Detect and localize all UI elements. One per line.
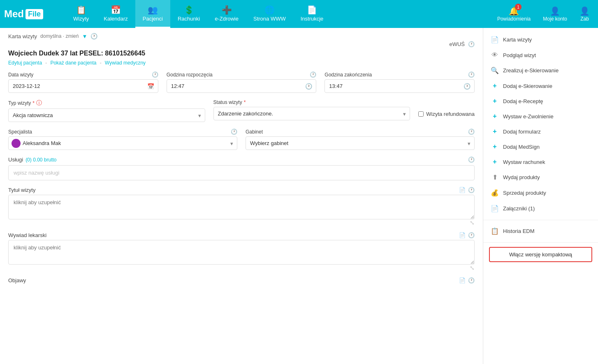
sidebar-item-dodaj-recepte[interactable]: + Dodaj e-Receptę	[483, 94, 598, 109]
sidebar-item-zrealizuj-skierowanie[interactable]: 🔍 Zrealizuj e-Skierowanie	[483, 63, 598, 78]
interview-resize-handle: ⤡	[8, 265, 475, 271]
moje-konto-label: Moje konto	[543, 16, 567, 22]
status-select[interactable]: Zdarzenie zakończone.	[213, 107, 410, 120]
refund-label: Wizyta refundowana	[426, 111, 475, 117]
interview-icons: 📄 🕐	[459, 232, 475, 238]
end-input-wrapper: 🕐	[324, 79, 475, 93]
refund-checkbox[interactable]	[418, 111, 424, 117]
sidebar-item-wystaw-rachunek[interactable]: + Wystaw rachunek	[483, 154, 598, 170]
nav-item-rachunki[interactable]: 💲 Rachunki	[170, 0, 207, 28]
type-select-wrapper: Akcja ratownicza	[8, 108, 205, 122]
patient-name: Wojciech Dudek 37 lat PESEL: 86101526645	[8, 50, 475, 57]
karta-wizyty-icon: 📄	[491, 36, 499, 44]
zab-label: Zab	[580, 16, 589, 22]
link-separator-1: -	[45, 60, 47, 66]
specialist-cabinet-row: Specjalista 🕐 Aleksandra Mak Gabinet 🕐	[8, 129, 475, 150]
nav-label-e-zdrowie: e-Zdrowie	[215, 16, 239, 22]
moje-konto-nav-item[interactable]: 👤 Moje konto	[539, 5, 571, 23]
specialist-label: Specjalista 🕐	[8, 129, 237, 135]
status-required: *	[244, 99, 246, 105]
date-input[interactable]	[8, 79, 158, 93]
notification-badge-count: 1	[515, 4, 522, 10]
ewus-clock-icon: 🕐	[468, 41, 475, 47]
end-clock-input-icon: 🕐	[464, 83, 471, 90]
services-input[interactable]: wpisz nazwę usługi	[8, 165, 475, 180]
start-time-input[interactable]	[167, 79, 317, 93]
edit-patient-link[interactable]: Edytuj pacjenta	[8, 60, 42, 66]
status-label: Status wizyty *	[213, 99, 410, 105]
zab-icon: 👤	[579, 6, 590, 16]
nav-items: 📋 Wizyty 📅 Kalendarz 👥 Pacjenci 💲 Rachun…	[66, 0, 493, 28]
sidebar-item-sprzedaj-produkty[interactable]: 💰 Sprzedaj produkty	[483, 185, 598, 201]
cabinet-clock-icon: 🕐	[468, 129, 475, 135]
strona-www-icon: 🌐	[264, 5, 275, 15]
status-group: Status wizyty * Zdarzenie zakończone.	[213, 99, 410, 120]
sidebar-item-dodaj-medsign[interactable]: + Dodaj MedSign	[483, 139, 598, 154]
start-clock-input-icon: 🕐	[305, 83, 312, 90]
nav-item-e-zdrowie[interactable]: ➕ e-Zdrowie	[207, 0, 246, 28]
sidebar-item-zalaczniki[interactable]: 📄 Załączniki (1)	[483, 201, 598, 217]
title-group: Tytuł wizyty 📄 🕐 ⤡	[8, 187, 475, 226]
refund-checkbox-group: Wizyta refundowana	[418, 99, 475, 117]
sidebar-item-dodaj-formularz[interactable]: + Dodaj formularz	[483, 124, 598, 139]
historia-edm-icon: 📋	[491, 227, 499, 235]
interview-label-row: Wywiad lekarski 📄 🕐	[8, 232, 475, 238]
nav-item-wizyty[interactable]: 📋 Wizyty	[66, 0, 96, 28]
type-group: Typ wizyty * ⓘ Akcja ratownicza	[8, 99, 205, 122]
title-icons: 📄 🕐	[459, 187, 475, 193]
moje-konto-icon: 👤	[550, 6, 560, 16]
sidebar-label-wystaw-rachunek: Wystaw rachunek	[503, 159, 545, 165]
type-status-row: Typ wizyty * ⓘ Akcja ratownicza Status w…	[8, 99, 475, 122]
title-textarea[interactable]	[8, 195, 475, 219]
cabinet-select[interactable]: Wybierz gabinet	[246, 136, 475, 150]
nav-item-kalendarz[interactable]: 📅 Kalendarz	[96, 0, 135, 28]
zab-nav-item[interactable]: 👤 Zab	[575, 5, 594, 23]
sidebar-label-wydaj-produkty: Wydaj produkty	[503, 174, 540, 180]
end-clock-icon: 🕐	[468, 71, 475, 78]
type-select[interactable]: Akcja ratownicza	[8, 108, 205, 122]
specialist-clock-icon: 🕐	[231, 129, 237, 135]
breadcrumb-title: Karta wizyty	[8, 33, 37, 39]
interview-link[interactable]: Wywiad medyczny	[105, 60, 146, 66]
sidebar-item-wydaj-produkty[interactable]: ⬆ Wydaj produkty	[483, 170, 598, 185]
powiadomienia-nav-item[interactable]: 🔔 1 Powiadomienia	[493, 5, 535, 23]
nav-label-strona-www: Strona WWW	[253, 16, 286, 22]
sidebar-label-zrealizuj: Zrealizuj e-Skierowanie	[503, 67, 559, 74]
date-label: Data wizyty 🕐	[8, 71, 158, 78]
dodaj-medsign-plus-icon: +	[491, 143, 499, 150]
sidebar-label-dodaj-formularz: Dodaj formularz	[503, 129, 541, 135]
nav-item-strona-www[interactable]: 🌐 Strona WWW	[246, 0, 293, 28]
podglad-icon: 👁	[491, 51, 499, 59]
start-clock-icon: 🕐	[310, 71, 316, 78]
specialist-select[interactable]: Aleksandra Mak	[8, 136, 237, 150]
logo[interactable]: Med File	[4, 8, 58, 20]
show-patient-link[interactable]: Pokaż dane pacjenta	[50, 60, 96, 66]
compact-version-button[interactable]: Włącz wersję kompaktową	[489, 247, 592, 262]
dodaj-skierowanie-plus-icon: +	[491, 82, 499, 90]
title-doc-icon: 📄	[459, 187, 466, 193]
top-navigation: Med File 📋 Wizyty 📅 Kalendarz 👥 Pacjenci…	[0, 0, 598, 28]
sidebar-label-dodaj-medsign: Dodaj MedSign	[503, 144, 540, 150]
symptoms-clock-icon: 🕐	[468, 277, 475, 283]
sidebar-label-dodaj-skierowanie: Dodaj e-Skierowanie	[503, 83, 552, 89]
nav-item-instrukcje[interactable]: 📄 Instrukcje	[293, 0, 331, 28]
sidebar-item-historia-edm[interactable]: 📋 Historia EDM	[483, 223, 598, 239]
sprzedaj-produkty-icon: 💰	[491, 189, 499, 197]
interview-clock-icon: 🕐	[468, 232, 475, 238]
nav-label-rachunki: Rachunki	[178, 16, 200, 22]
title-resize-handle: ⤡	[8, 220, 475, 226]
nav-label-wizyty: Wizyty	[73, 16, 89, 22]
nav-item-pacjenci[interactable]: 👥 Pacjenci	[135, 0, 170, 28]
sidebar-item-karta-wizyty[interactable]: 📄 Karta wizyty	[483, 32, 598, 48]
nav-label-kalendarz: Kalendarz	[104, 16, 128, 22]
start-input-wrapper: 🕐	[167, 79, 317, 93]
end-time-input[interactable]	[324, 79, 475, 93]
wizyty-icon: 📋	[76, 5, 86, 15]
sidebar-item-wystaw-zwolnienie[interactable]: + Wystaw e-Zwolnienie	[483, 109, 598, 124]
interview-textarea[interactable]	[8, 240, 475, 265]
sidebar-item-dodaj-skierowanie[interactable]: + Dodaj e-Skierowanie	[483, 78, 598, 94]
breadcrumb-arrow[interactable]: ▼	[82, 33, 87, 39]
sidebar-item-podglad-wizyt[interactable]: 👁 Podgląd wizyt	[483, 48, 598, 63]
specialist-avatar	[12, 139, 21, 148]
instrukcje-icon: 📄	[307, 5, 317, 15]
